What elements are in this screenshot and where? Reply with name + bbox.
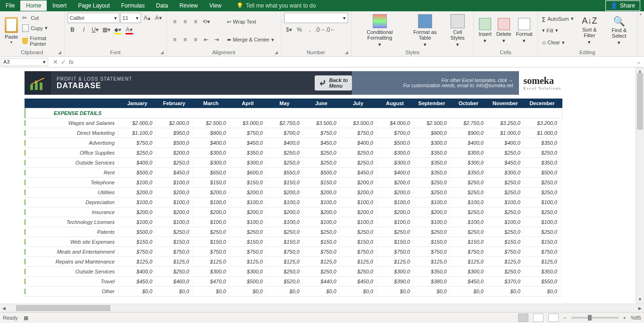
find-select-button[interactable]: 🔍Find & Select▾ bbox=[604, 13, 634, 49]
cell-value[interactable]: $0,0 bbox=[450, 289, 487, 294]
cell-value[interactable]: $400,0 bbox=[376, 170, 413, 175]
cell-value[interactable]: $100,0 bbox=[119, 180, 156, 185]
table-row[interactable]: Advertising$750,0$500,0$400,0$450,0$400,… bbox=[25, 138, 562, 148]
dialog-launcher-icon[interactable]: ◢ bbox=[160, 50, 165, 55]
italic-button[interactable]: I bbox=[79, 25, 89, 35]
decrease-font-button[interactable]: A▾ bbox=[153, 13, 164, 23]
cell-value[interactable]: $100,0 bbox=[119, 199, 156, 205]
cell-value[interactable]: $0,0 bbox=[340, 289, 376, 294]
clear-button[interactable]: ◇ Clear ▾ bbox=[541, 39, 575, 46]
cell-value[interactable]: $500,0 bbox=[524, 170, 560, 175]
cell-value[interactable]: $250,0 bbox=[487, 209, 524, 215]
cell-value[interactable]: $150,0 bbox=[156, 239, 192, 245]
cell-value[interactable]: $300,0 bbox=[413, 140, 450, 146]
cell-value[interactable]: $470,0 bbox=[192, 279, 229, 284]
cell-value[interactable]: $250,0 bbox=[340, 150, 376, 156]
cell-value[interactable]: $150,0 bbox=[303, 239, 340, 245]
cell-value[interactable]: $750,0 bbox=[303, 249, 340, 255]
sort-filter-button[interactable]: A↓ZSort & Filter▾ bbox=[576, 13, 603, 49]
cell-value[interactable]: $650,0 bbox=[192, 170, 229, 175]
orientation-button[interactable]: ⟲▾ bbox=[201, 16, 211, 27]
cell-value[interactable]: $500,0 bbox=[119, 170, 156, 175]
cell-value[interactable]: $300,0 bbox=[192, 160, 229, 165]
cell-value[interactable]: $200,0 bbox=[229, 190, 266, 195]
underline-button[interactable]: U ▾ bbox=[90, 25, 100, 35]
cell-value[interactable]: $370,0 bbox=[487, 279, 524, 284]
cell-value[interactable]: $100,0 bbox=[524, 219, 560, 225]
cell-value[interactable]: $250,0 bbox=[413, 180, 450, 185]
table-row[interactable]: Office Supplies$250,0$200,0$300,0$350,0$… bbox=[25, 148, 562, 158]
cell-value[interactable]: $150,0 bbox=[376, 239, 413, 245]
cell-value[interactable]: $500,0 bbox=[376, 140, 413, 146]
table-row[interactable]: Depreciation$100,0$100,0$100,0$100,0$100… bbox=[25, 198, 562, 207]
cell-value[interactable]: $700,0 bbox=[376, 130, 413, 136]
cell-value[interactable]: $100,0 bbox=[229, 219, 266, 225]
cell-value[interactable]: $100,0 bbox=[376, 219, 413, 225]
wrap-text-button[interactable]: ↩Wrap Text bbox=[226, 18, 276, 25]
cell-value[interactable]: $350,0 bbox=[413, 269, 450, 274]
cell-value[interactable]: $250,0 bbox=[266, 269, 303, 274]
cell-value[interactable]: $350,0 bbox=[524, 140, 560, 146]
cell-value[interactable]: $400,0 bbox=[119, 160, 156, 165]
cell-value[interactable]: $0,0 bbox=[192, 289, 229, 294]
table-row[interactable]: Other$0,0$0,0$0,0$0,0$0,0$0,0$0,0$0,0$0,… bbox=[25, 287, 562, 297]
cell-value[interactable]: $250,0 bbox=[524, 229, 560, 235]
cancel-formula-button[interactable]: ✕ bbox=[53, 58, 58, 66]
cell-value[interactable]: $150,0 bbox=[487, 239, 524, 245]
cell-value[interactable]: $250,0 bbox=[303, 150, 340, 156]
cell-value[interactable]: $750,0 bbox=[119, 249, 156, 255]
cell-value[interactable]: $750,0 bbox=[303, 130, 340, 136]
normal-view-button[interactable] bbox=[518, 314, 528, 322]
cell-value[interactable]: $250,0 bbox=[376, 229, 413, 235]
accounting-format-button[interactable]: $▾ bbox=[284, 25, 294, 35]
cell-value[interactable]: $300,0 bbox=[192, 269, 229, 274]
cell-value[interactable]: $750,0 bbox=[524, 249, 560, 255]
cell-value[interactable]: $250,0 bbox=[450, 209, 487, 215]
cell-value[interactable]: $2.500,0 bbox=[192, 120, 229, 126]
cell-value[interactable]: $200,0 bbox=[340, 180, 376, 185]
cell-value[interactable]: $300,0 bbox=[192, 150, 229, 156]
cell-value[interactable]: $250,0 bbox=[487, 229, 524, 235]
cell-value[interactable]: $125,0 bbox=[450, 259, 487, 264]
cell-value[interactable]: $250,0 bbox=[303, 160, 340, 165]
align-bottom-button[interactable]: ≡ bbox=[191, 16, 201, 27]
cell-value[interactable]: $250,0 bbox=[450, 190, 487, 195]
table-row[interactable]: Patents$500,0$250,0$250,0$250,0$250,0$25… bbox=[25, 227, 562, 237]
cell-value[interactable]: $200,0 bbox=[376, 180, 413, 185]
number-format-select[interactable]: ▾ bbox=[284, 13, 348, 23]
zoom-in-button[interactable]: + bbox=[623, 315, 626, 321]
cell-value[interactable]: $100,0 bbox=[376, 199, 413, 205]
cell-value[interactable]: $200,0 bbox=[340, 209, 376, 215]
cell-value[interactable]: $400,0 bbox=[192, 140, 229, 146]
cell-value[interactable]: $200,0 bbox=[156, 209, 192, 215]
cell-value[interactable]: $300,0 bbox=[450, 269, 487, 274]
cell-value[interactable]: $0,0 bbox=[487, 289, 524, 294]
cell-value[interactable]: $125,0 bbox=[229, 259, 266, 264]
cell-value[interactable]: $3.200,0 bbox=[524, 120, 560, 126]
cell-value[interactable]: $200,0 bbox=[192, 209, 229, 215]
cell-value[interactable]: $250,0 bbox=[303, 229, 340, 235]
table-row[interactable]: Telephone$100,0$100,0$150,0$150,0$150,0$… bbox=[25, 178, 562, 188]
cell-value[interactable]: $250,0 bbox=[229, 229, 266, 235]
cell-value[interactable]: $200,0 bbox=[266, 190, 303, 195]
scroll-thumb[interactable] bbox=[16, 305, 110, 311]
cell-value[interactable]: $350,0 bbox=[229, 150, 266, 156]
cell-value[interactable]: $100,0 bbox=[266, 219, 303, 225]
cell-value[interactable]: $200,0 bbox=[413, 209, 450, 215]
cell-value[interactable]: $800,0 bbox=[413, 130, 450, 136]
cell-value[interactable]: $4.000,0 bbox=[376, 120, 413, 126]
table-row[interactable]: Repairs and Maintenance$125,0$125,0$125,… bbox=[25, 257, 562, 267]
cell-value[interactable]: $750,0 bbox=[376, 249, 413, 255]
cell-value[interactable]: $350,0 bbox=[413, 150, 450, 156]
font-size-select[interactable]: 11▾ bbox=[120, 13, 141, 23]
cell-value[interactable]: $200,0 bbox=[119, 190, 156, 195]
cell-value[interactable]: $350,0 bbox=[524, 160, 560, 165]
table-row[interactable]: Outside Services$400,0$250,0$300,0$300,0… bbox=[25, 267, 562, 277]
tab-file[interactable]: File bbox=[0, 0, 20, 11]
cell-value[interactable]: $250,0 bbox=[119, 150, 156, 156]
cell-value[interactable]: $100,0 bbox=[192, 219, 229, 225]
formula-input[interactable] bbox=[80, 58, 634, 66]
cell-value[interactable]: $400,0 bbox=[450, 140, 487, 146]
percent-format-button[interactable]: % bbox=[294, 25, 305, 35]
decrease-decimal-button[interactable]: .0← bbox=[326, 25, 336, 35]
